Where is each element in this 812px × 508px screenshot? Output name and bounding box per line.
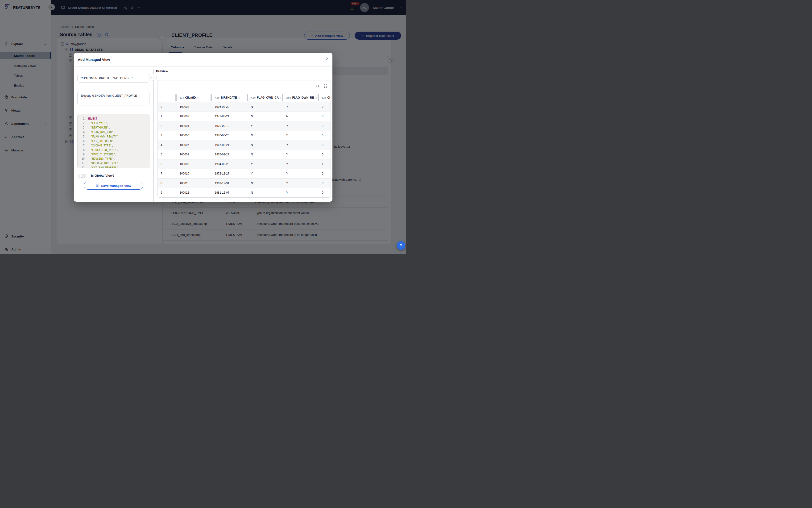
cell-index: 9 xyxy=(158,188,177,198)
sort-icon[interactable]: ↑↓ xyxy=(238,96,239,99)
cell-clientid: 100011 xyxy=(177,178,212,188)
cell-flag-own-car: N xyxy=(248,131,283,140)
preview-label: Preview xyxy=(156,69,168,73)
header-flag-own-car[interactable]: Abc FLAG_OWN_CA ↑↓ xyxy=(248,93,283,102)
cell-birthdate: 1969-12-31 xyxy=(212,178,248,188)
cell-flag-own-car: N xyxy=(248,102,283,112)
line-number: 12 xyxy=(78,166,85,168)
search-icon[interactable] xyxy=(316,84,320,88)
sql-line: 2 "ClientID", xyxy=(78,121,149,125)
help-button[interactable]: ? xyxy=(397,241,405,250)
cell-index: 1 xyxy=(158,112,177,121)
cell-flag-own-realty: Y xyxy=(283,188,319,198)
modal-resize-handle[interactable]: ←→ xyxy=(150,74,157,81)
header-flag-own-realty[interactable]: Abc FLAG_OWN_RE ↑↓ xyxy=(283,93,319,102)
sql-line: 9 "FAMILY_STATUS", xyxy=(78,152,149,157)
preview-row: 2 100004 1970-09-19 Y Y 0 xyxy=(158,121,331,131)
cell-cnt-children: 0 xyxy=(319,169,331,178)
sql-line: 7 "INCOME_TYPE", xyxy=(78,143,149,147)
cell-index: 6 xyxy=(158,160,177,169)
line-number: 9 xyxy=(78,153,85,156)
line-number: 1 xyxy=(78,117,85,120)
numeric-type-icon: 123 xyxy=(322,96,326,99)
preview-row: 4 100007 1967-03-21 N Y 0 xyxy=(158,140,331,150)
column-resize-handle[interactable] xyxy=(318,94,319,101)
is-global-view-toggle[interactable] xyxy=(78,174,86,178)
cell-birthdate: 1981-12-07 xyxy=(212,188,248,198)
preview-row: 6 100009 1984-02-25 Y Y 1 xyxy=(158,160,331,169)
preview-row: 1 100003 1977-08-21 N N 0 xyxy=(158,112,331,122)
cell-flag-own-realty: Y xyxy=(283,178,319,188)
cell-cnt-children: 0 xyxy=(319,102,331,112)
cell-flag-own-car: Y xyxy=(248,121,283,131)
cell-index: 0 xyxy=(158,102,177,112)
column-resize-handle[interactable] xyxy=(211,94,212,101)
text-type-icon: Abc xyxy=(286,96,291,99)
cell-clientid: 100012 xyxy=(177,188,212,198)
header-cnt-children[interactable]: 123 CI xyxy=(319,93,331,102)
preview-header-row: ↑↓ 123 ClientID ↑↓ Abc BIRTHDATE ↑↓ Abc xyxy=(158,93,331,102)
name-input[interactable] xyxy=(77,74,149,83)
line-number: 4 xyxy=(78,130,85,134)
preview-row: 7 100010 1972-12-27 Y Y 0 xyxy=(158,169,331,179)
cell-index: 2 xyxy=(158,121,177,131)
sort-icon[interactable]: ↑↓ xyxy=(280,96,281,99)
cell-cnt-children: 0 xyxy=(319,150,331,160)
preview-row: 9 100012 1981-12-07 N Y 0 xyxy=(158,188,331,198)
cell-flag-own-car: Y xyxy=(248,169,283,178)
sql-line: 12 "CNT_FAM_MEMBERS", xyxy=(78,166,149,168)
cell-index: 8 xyxy=(158,178,177,188)
sql-line: 3 "BIRTHDATE", xyxy=(78,125,149,130)
sort-icon[interactable]: ↑↓ xyxy=(197,96,198,99)
cell-flag-own-realty: N xyxy=(283,112,319,121)
cell-flag-own-realty: Y xyxy=(283,150,319,160)
toggle-knob xyxy=(79,174,82,178)
column-resize-handle[interactable] xyxy=(246,94,248,101)
cell-index: 5 xyxy=(158,150,177,160)
cell-clientid: 100004 xyxy=(177,121,212,131)
cell-birthdate: 1970-09-19 xyxy=(212,121,248,131)
featurebyte-app: Credit Default Dataset UI tutorial ⌄ 999… xyxy=(0,0,406,254)
sql-code-block[interactable]: 1 SELECT 2 "ClientID", 3 "BIRTHDATE", 4 … xyxy=(77,114,149,168)
header-clientid[interactable]: 123 ClientID ↑↓ xyxy=(177,93,212,102)
header-birthdate[interactable]: Abc BIRTHDATE ↑↓ xyxy=(212,93,248,102)
line-number: 6 xyxy=(78,139,85,143)
save-managed-view-button[interactable]: Save Managed View xyxy=(84,182,143,189)
numeric-type-icon: 123 xyxy=(180,96,184,99)
line-number: 8 xyxy=(78,149,85,152)
description-input[interactable]: Exlcude GENDER from CLIENT_PROFILE xyxy=(77,91,149,105)
cell-flag-own-realty: Y xyxy=(283,102,319,112)
close-icon[interactable]: × xyxy=(326,56,329,61)
sql-line: 4 "FLAG_OWN_CAR", xyxy=(78,130,149,134)
cell-cnt-children: 0 xyxy=(319,140,331,150)
text-type-icon: Abc xyxy=(215,96,220,99)
column-resize-handle[interactable] xyxy=(175,94,177,101)
cell-cnt-children: 0 xyxy=(319,121,331,131)
is-global-view-label: Is Global View? xyxy=(91,174,115,177)
cell-flag-own-car: N xyxy=(248,140,283,150)
modal-header-divider xyxy=(74,66,332,67)
line-number: 3 xyxy=(78,126,85,129)
cell-cnt-children: 0 xyxy=(319,178,331,188)
preview-row: 8 100011 1969-12-31 N Y 0 xyxy=(158,178,331,188)
cell-flag-own-realty: Y xyxy=(283,160,319,169)
sort-icon[interactable]: ↑↓ xyxy=(315,96,316,99)
line-number: 7 xyxy=(78,144,85,147)
cell-flag-own-car: N xyxy=(248,112,283,121)
modal-panel-divider xyxy=(153,69,153,202)
cell-birthdate: 1977-08-21 xyxy=(212,112,248,121)
sort-icon[interactable]: ↑↓ xyxy=(161,96,162,99)
cell-clientid: 100002 xyxy=(177,102,212,112)
header-index[interactable]: ↑↓ xyxy=(158,93,177,102)
cell-birthdate: 1976-09-27 xyxy=(212,150,248,160)
cell-flag-own-car: N xyxy=(248,178,283,188)
cell-clientid: 100007 xyxy=(177,140,212,150)
column-settings-icon[interactable] xyxy=(324,84,328,88)
cell-cnt-children: 1 xyxy=(319,160,331,169)
cell-flag-own-realty: Y xyxy=(283,140,319,150)
cell-flag-own-car: N xyxy=(248,188,283,198)
cell-birthdate: 1970-06-26 xyxy=(212,131,248,140)
cell-cnt-children: 0 xyxy=(319,131,331,140)
column-resize-handle[interactable] xyxy=(282,94,283,101)
cell-cnt-children: 0 xyxy=(319,188,331,198)
